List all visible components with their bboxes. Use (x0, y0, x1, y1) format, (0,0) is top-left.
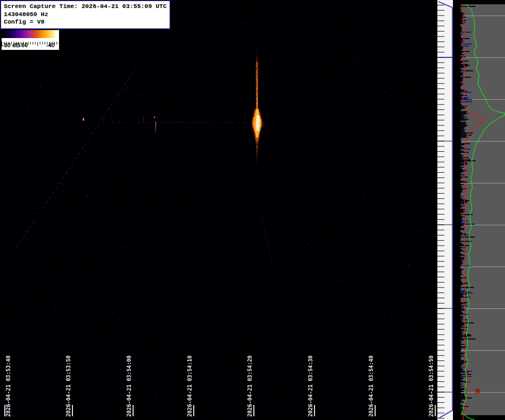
db-label-60: -60 (19, 42, 28, 48)
time-label: 2026-04-21 03:54:10 (187, 356, 193, 417)
time-label: 2026-04-21 03:54:40 (368, 356, 374, 417)
time-label: 2026-04-21 03:54:50 (428, 356, 434, 417)
spectrum-lab-screen-capture: Screen Capture Time: 2026-04-21 03:55:09… (0, 0, 505, 420)
capture-time-text: Screen Capture Time: 2026-04-21 03:55:09… (4, 3, 167, 11)
peak-marker (475, 389, 480, 394)
time-tick (72, 405, 73, 416)
frequency-ruler (437, 0, 453, 420)
time-tick (314, 405, 315, 416)
color-scale: -80 dB -60 -40 (2, 30, 59, 50)
time-tick (4, 405, 5, 416)
color-scale-gradient (2, 30, 59, 38)
time-tick (193, 405, 194, 416)
time-tick (253, 405, 254, 416)
frequency-axis-labels: 1430504001430502001430500001430498001430… (453, 0, 460, 420)
db-label-80: -80 dB (2, 42, 20, 48)
time-label: 2026-04-21 03:53:50 (65, 356, 71, 417)
time-label: 2026-04-21 03:54:00 (126, 356, 132, 417)
time-tick (375, 405, 376, 416)
live-spectrum-trace (462, 4, 505, 420)
time-tick (435, 405, 436, 416)
spectrum-traces (460, 0, 505, 420)
spectrum-panel (460, 0, 505, 420)
time-label: 2026-04-21 03:54:20 (247, 356, 253, 417)
capture-info-box: Screen Capture Time: 2026-04-21 03:55:09… (0, 0, 171, 30)
time-label: 2026-04-21 03:53:40 (5, 356, 11, 417)
config-text: Config = V8 (4, 18, 167, 26)
db-label-40: -40 (46, 42, 55, 48)
frequency-text: 143048050 Hz (4, 11, 167, 19)
time-tick (133, 405, 134, 416)
color-scale-ruler: -80 dB -60 -40 (2, 38, 59, 50)
time-label: 2026-04-21 03:54:30 (308, 356, 313, 417)
